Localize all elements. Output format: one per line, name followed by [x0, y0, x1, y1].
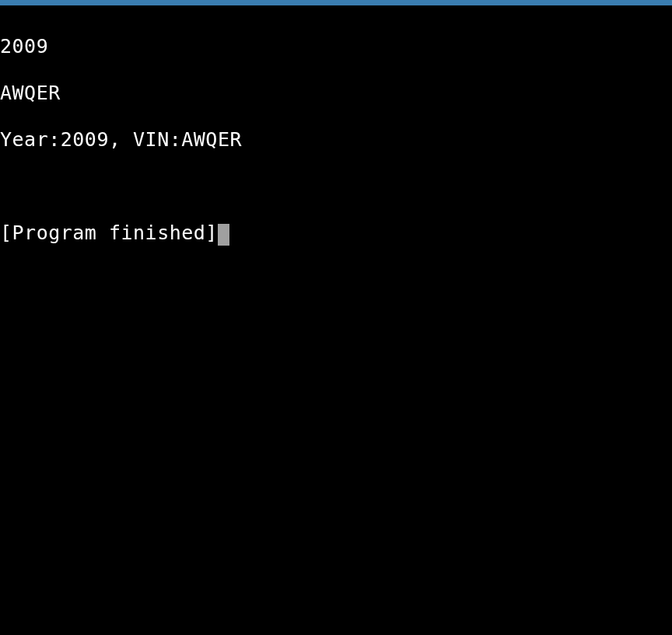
cursor-icon: [218, 224, 229, 246]
output-line: 2009: [0, 35, 672, 58]
title-bar: [0, 0, 672, 5]
program-finished-text: [Program finished]: [0, 222, 218, 244]
terminal-output[interactable]: 2009 AWQER Year:2009, VIN:AWQER [Program…: [0, 5, 672, 268]
program-finished-line: [Program finished]: [0, 222, 672, 245]
blank-line: [0, 175, 672, 198]
output-line: Year:2009, VIN:AWQER: [0, 128, 672, 152]
output-line: AWQER: [0, 82, 672, 105]
